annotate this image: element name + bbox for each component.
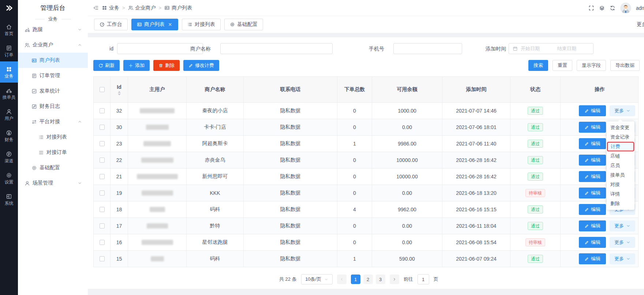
- col-header-id[interactable]: Id: [111, 77, 128, 102]
- prev-page-button[interactable]: [337, 275, 347, 284]
- app-logo[interactable]: [0, 0, 18, 16]
- delete-button[interactable]: 删除: [153, 60, 180, 71]
- pencil-icon: [584, 207, 589, 212]
- sidebar-item-connect-orders[interactable]: 对接订单: [18, 145, 88, 160]
- close-icon[interactable]: [168, 22, 173, 27]
- grid-icon: [6, 66, 12, 72]
- breadcrumb-enterprise-merchant[interactable]: 企业商户: [128, 5, 156, 11]
- select-all-checkbox[interactable]: [100, 87, 105, 92]
- goto-page-input[interactable]: [418, 274, 429, 284]
- page-size-select[interactable]: 10条/页: [301, 274, 333, 284]
- username[interactable]: admin: [636, 5, 644, 11]
- edit-button[interactable]: 编辑: [579, 253, 606, 264]
- row-checkbox[interactable]: [100, 190, 105, 196]
- phone-filter-input[interactable]: [393, 43, 462, 54]
- dropdown-item-connect[interactable]: 对接: [607, 180, 634, 189]
- more-button[interactable]: 更多: [610, 105, 635, 116]
- row-checkbox[interactable]: [100, 174, 105, 179]
- row-checkbox[interactable]: [100, 158, 105, 163]
- rail-item-users[interactable]: 用户: [0, 104, 18, 125]
- rail-item-channel[interactable]: 渠道: [0, 146, 18, 167]
- rail-item-business[interactable]: 业务: [0, 61, 18, 83]
- page-button-3[interactable]: 3: [376, 275, 385, 284]
- row-checkbox[interactable]: [100, 108, 105, 113]
- dropdown-item-delete[interactable]: 删除: [607, 199, 634, 208]
- rail-item-system[interactable]: 系统: [0, 189, 18, 210]
- page-button-1[interactable]: 1: [351, 275, 360, 284]
- rail-item-orders[interactable]: 订单: [0, 40, 18, 61]
- tab-connect-list[interactable]: 对接列表: [182, 19, 221, 30]
- sidebar-item-platform-connect[interactable]: 平台对接: [18, 114, 88, 129]
- refresh-button[interactable]: 刷新: [93, 60, 120, 71]
- edit-button[interactable]: 编辑: [579, 105, 606, 116]
- dropdown-item-funds-record[interactable]: 资金记录: [607, 132, 634, 142]
- gear-icon: [230, 22, 235, 27]
- dropdown-item-clerk[interactable]: 店员: [607, 161, 634, 170]
- sidebar-item-connect-list[interactable]: 对接列表: [18, 129, 88, 145]
- cell-merchant-name: 黔特: [187, 218, 244, 234]
- more-button[interactable]: 更多: [610, 220, 635, 231]
- sidebar-item-scene-management[interactable]: 场景管理: [18, 175, 88, 191]
- show-fields-button[interactable]: 显示字段: [577, 60, 606, 71]
- tabs-more-button[interactable]: 更多: [637, 21, 644, 28]
- edit-button[interactable]: 编辑: [579, 188, 606, 198]
- dropdown-item-courier[interactable]: 接单员: [607, 170, 634, 180]
- dropdown-item-shop[interactable]: 店铺: [607, 151, 634, 161]
- sort-carets[interactable]: [118, 91, 121, 95]
- page-button-2[interactable]: 2: [363, 275, 373, 284]
- dropdown-item-funds-change[interactable]: 资金变更: [607, 123, 634, 132]
- edit-button[interactable]: 编辑: [579, 237, 606, 248]
- sidebar-item-dispatch-stats[interactable]: 发单统计: [18, 83, 88, 99]
- search-button[interactable]: 搜索: [528, 60, 548, 71]
- fullscreen-icon[interactable]: [588, 5, 594, 11]
- edit-button[interactable]: 编辑: [579, 122, 606, 133]
- cell-time: 2021-06-18 13:20: [442, 185, 510, 201]
- sidebar-item-errand[interactable]: 跑腿: [18, 22, 88, 37]
- chevron-left-icon: [340, 277, 344, 281]
- rail-item-home[interactable]: 首页: [0, 19, 18, 40]
- modify-billing-button[interactable]: 修改计费: [183, 60, 219, 71]
- tab-workbench[interactable]: 工作台: [94, 19, 128, 30]
- row-checkbox[interactable]: [100, 256, 105, 261]
- breadcrumb-business[interactable]: 业务: [102, 5, 119, 11]
- cell-main-user: [128, 152, 187, 168]
- row-checkbox[interactable]: [100, 125, 105, 130]
- dropdown-item-detail[interactable]: 详情: [607, 189, 634, 199]
- reset-button[interactable]: 重置: [553, 60, 572, 71]
- next-page-button[interactable]: [390, 275, 399, 284]
- cell-id: 32: [111, 103, 128, 119]
- export-data-button[interactable]: 导出数据: [610, 60, 640, 71]
- row-checkbox[interactable]: [100, 223, 105, 228]
- sidebar-item-enterprise-merchant[interactable]: 企业商户: [18, 37, 88, 53]
- tab-merchant-list[interactable]: 商户列表: [131, 19, 178, 30]
- more-button[interactable]: 更多: [610, 253, 635, 264]
- sidebar-item-finance-log[interactable]: 财务日志: [18, 99, 88, 114]
- col-header-select: [94, 77, 111, 102]
- cell-ops: 编辑更多: [561, 218, 639, 234]
- rail-item-courier[interactable]: 接单员: [0, 83, 18, 104]
- edit-button[interactable]: 编辑: [579, 171, 606, 182]
- sidebar-item-basic-config[interactable]: 基础配置: [18, 160, 88, 175]
- tab-basic-config[interactable]: 基础配置: [224, 19, 263, 30]
- rail-item-finance[interactable]: 财务: [0, 125, 18, 146]
- avatar[interactable]: [620, 3, 631, 14]
- breadcrumb-merchant-list[interactable]: 商户列表: [164, 5, 192, 11]
- edit-button[interactable]: 编辑: [579, 138, 606, 149]
- theme-icon[interactable]: [599, 5, 605, 11]
- edit-button[interactable]: 编辑: [579, 220, 606, 231]
- sidebar-item-order-management[interactable]: 订单管理: [18, 68, 88, 83]
- rail-item-settings[interactable]: 设置: [0, 167, 18, 189]
- date-range-picker[interactable]: 开始日期 结束日期: [509, 43, 594, 54]
- sidebar-item-merchant-list[interactable]: 商户列表: [18, 53, 88, 68]
- refresh-page-icon[interactable]: [610, 5, 615, 11]
- edit-button[interactable]: 编辑: [579, 155, 606, 166]
- row-checkbox[interactable]: [100, 207, 105, 212]
- row-checkbox[interactable]: [100, 141, 105, 146]
- more-button[interactable]: 更多: [610, 237, 635, 248]
- add-button[interactable]: 添加: [123, 60, 150, 71]
- row-checkbox[interactable]: [100, 240, 105, 245]
- collapse-sidebar-icon[interactable]: [93, 5, 99, 11]
- dropdown-item-billing[interactable]: 计费: [607, 142, 634, 151]
- edit-button[interactable]: 编辑: [579, 204, 606, 215]
- merchant-filter-input[interactable]: [220, 43, 333, 54]
